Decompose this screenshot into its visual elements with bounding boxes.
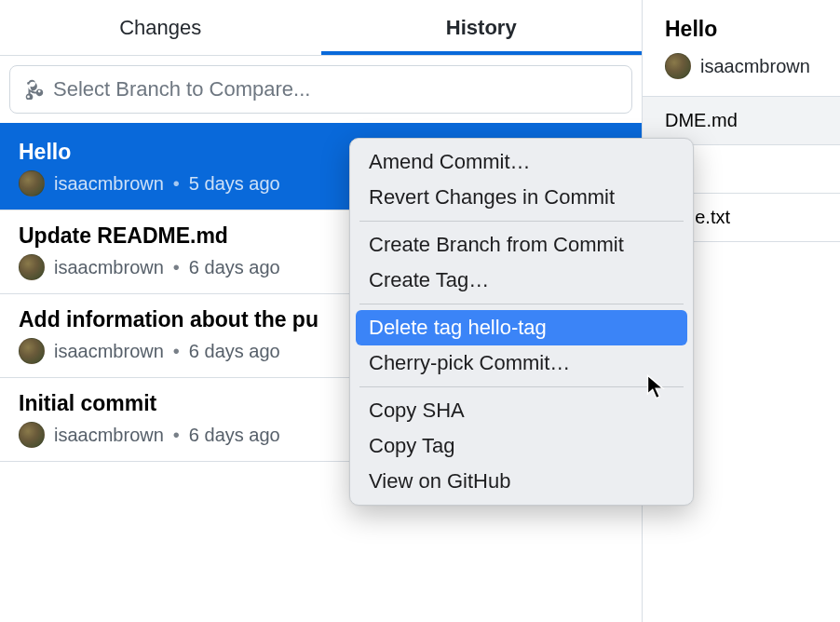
separator: • bbox=[173, 425, 180, 446]
menu-item-create-tag[interactable]: Create Tag… bbox=[356, 263, 687, 298]
menu-item-copy-tag[interactable]: Copy Tag bbox=[356, 428, 687, 464]
tab-label: Changes bbox=[119, 16, 201, 40]
tab-label: History bbox=[446, 16, 517, 40]
commit-time: 5 days ago bbox=[189, 173, 280, 195]
context-menu: Amend Commit… Revert Changes in Commit C… bbox=[349, 138, 694, 506]
menu-item-amend-commit[interactable]: Amend Commit… bbox=[356, 144, 687, 180]
separator: • bbox=[173, 341, 180, 362]
menu-item-create-branch[interactable]: Create Branch from Commit bbox=[356, 227, 687, 263]
branch-compare-placeholder: Select Branch to Compare... bbox=[53, 77, 310, 101]
menu-separator bbox=[359, 386, 684, 387]
menu-item-copy-sha[interactable]: Copy SHA bbox=[356, 393, 687, 428]
detail-author: isaacmbrown bbox=[700, 56, 810, 77]
commit-time: 6 days ago bbox=[189, 257, 280, 278]
commit-author: isaacmbrown bbox=[54, 341, 164, 362]
menu-item-cherry-pick[interactable]: Cherry-pick Commit… bbox=[356, 345, 687, 381]
tab-history[interactable]: History bbox=[321, 0, 643, 55]
menu-separator bbox=[359, 304, 684, 304]
avatar bbox=[665, 53, 691, 79]
commit-author: isaacmbrown bbox=[54, 257, 164, 278]
commit-time: 6 days ago bbox=[189, 425, 280, 446]
avatar bbox=[19, 254, 45, 280]
avatar bbox=[19, 338, 45, 364]
menu-item-delete-tag[interactable]: Delete tag hello-tag bbox=[356, 310, 687, 345]
commit-author: isaacmbrown bbox=[54, 173, 164, 195]
commit-time: 6 days ago bbox=[189, 341, 280, 362]
avatar bbox=[19, 422, 45, 448]
file-name: DME.md bbox=[665, 110, 738, 130]
avatar bbox=[19, 170, 45, 196]
menu-item-view-on-github[interactable]: View on GitHub bbox=[356, 464, 687, 499]
separator: • bbox=[173, 173, 180, 195]
tab-changes[interactable]: Changes bbox=[0, 0, 321, 55]
menu-item-revert-changes[interactable]: Revert Changes in Commit bbox=[356, 180, 687, 215]
tabs: Changes History bbox=[0, 0, 642, 56]
commit-author: isaacmbrown bbox=[54, 425, 164, 446]
separator: • bbox=[173, 257, 180, 278]
detail-title: Hello bbox=[643, 17, 840, 53]
branch-compare-selector[interactable]: Select Branch to Compare... bbox=[9, 65, 632, 114]
git-branch-icon bbox=[23, 79, 44, 100]
menu-separator bbox=[359, 221, 684, 222]
detail-author-row: isaacmbrown bbox=[643, 53, 840, 96]
